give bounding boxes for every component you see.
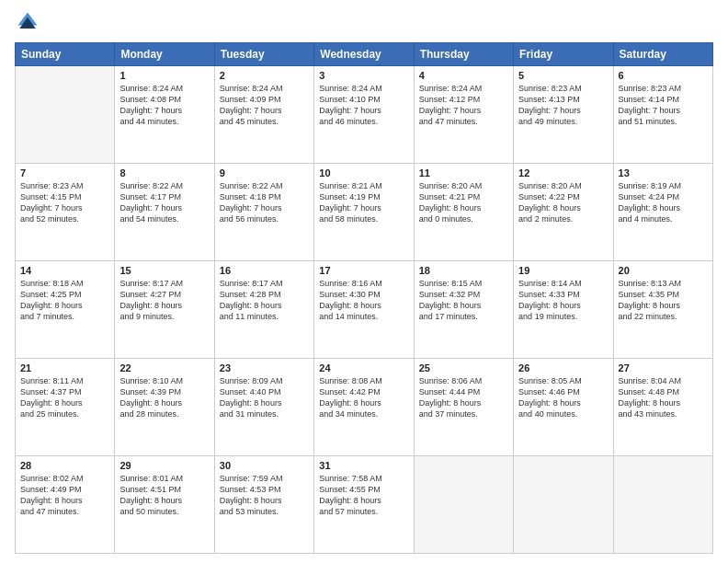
calendar-header: SundayMondayTuesdayWednesdayThursdayFrid… bbox=[16, 43, 713, 66]
calendar-cell bbox=[613, 456, 712, 554]
cell-info: Sunrise: 8:13 AM Sunset: 4:35 PM Dayligh… bbox=[619, 278, 708, 323]
cell-info: Sunrise: 8:24 AM Sunset: 4:08 PM Dayligh… bbox=[119, 83, 209, 128]
calendar-cell: 31Sunrise: 7:58 AM Sunset: 4:55 PM Dayli… bbox=[314, 456, 414, 554]
header bbox=[15, 9, 713, 35]
calendar-cell: 29Sunrise: 8:01 AM Sunset: 4:51 PM Dayli… bbox=[115, 456, 214, 554]
cell-info: Sunrise: 8:11 AM Sunset: 4:37 PM Dayligh… bbox=[20, 375, 109, 420]
day-number: 6 bbox=[619, 70, 708, 81]
day-number: 22 bbox=[119, 362, 209, 373]
day-number: 29 bbox=[119, 460, 209, 471]
day-number: 2 bbox=[220, 70, 309, 81]
day-of-week-saturday: Saturday bbox=[613, 43, 712, 66]
week-row-2: 7Sunrise: 8:23 AM Sunset: 4:15 PM Daylig… bbox=[16, 164, 713, 261]
cell-info: Sunrise: 7:59 AM Sunset: 4:53 PM Dayligh… bbox=[220, 473, 309, 518]
calendar-cell bbox=[514, 456, 613, 554]
cell-info: Sunrise: 8:22 AM Sunset: 4:17 PM Dayligh… bbox=[119, 180, 209, 225]
day-number: 10 bbox=[319, 167, 408, 178]
day-number: 14 bbox=[20, 265, 109, 276]
cell-info: Sunrise: 8:23 AM Sunset: 4:13 PM Dayligh… bbox=[518, 83, 608, 128]
cell-info: Sunrise: 8:01 AM Sunset: 4:51 PM Dayligh… bbox=[119, 473, 209, 518]
calendar-cell: 24Sunrise: 8:08 AM Sunset: 4:42 PM Dayli… bbox=[314, 359, 414, 456]
cell-info: Sunrise: 8:20 AM Sunset: 4:22 PM Dayligh… bbox=[518, 180, 608, 225]
day-header-row: SundayMondayTuesdayWednesdayThursdayFrid… bbox=[16, 43, 713, 66]
day-number: 8 bbox=[119, 167, 209, 178]
calendar-cell: 22Sunrise: 8:10 AM Sunset: 4:39 PM Dayli… bbox=[115, 359, 214, 456]
cell-info: Sunrise: 8:24 AM Sunset: 4:12 PM Dayligh… bbox=[419, 83, 508, 128]
logo bbox=[15, 9, 44, 35]
cell-info: Sunrise: 8:04 AM Sunset: 4:48 PM Dayligh… bbox=[619, 375, 708, 420]
calendar-cell: 10Sunrise: 8:21 AM Sunset: 4:19 PM Dayli… bbox=[314, 164, 414, 261]
day-number: 18 bbox=[419, 265, 508, 276]
day-of-week-sunday: Sunday bbox=[16, 43, 115, 66]
cell-info: Sunrise: 8:24 AM Sunset: 4:10 PM Dayligh… bbox=[319, 83, 408, 128]
week-row-4: 21Sunrise: 8:11 AM Sunset: 4:37 PM Dayli… bbox=[16, 359, 713, 456]
cell-info: Sunrise: 8:15 AM Sunset: 4:32 PM Dayligh… bbox=[419, 278, 508, 323]
cell-info: Sunrise: 8:14 AM Sunset: 4:33 PM Dayligh… bbox=[518, 278, 608, 323]
calendar-cell: 12Sunrise: 8:20 AM Sunset: 4:22 PM Dayli… bbox=[514, 164, 613, 261]
cell-info: Sunrise: 8:17 AM Sunset: 4:28 PM Dayligh… bbox=[220, 278, 309, 323]
day-number: 5 bbox=[518, 70, 608, 81]
calendar-cell: 25Sunrise: 8:06 AM Sunset: 4:44 PM Dayli… bbox=[414, 359, 513, 456]
day-number: 31 bbox=[319, 460, 408, 471]
day-number: 21 bbox=[20, 362, 109, 373]
cell-info: Sunrise: 8:21 AM Sunset: 4:19 PM Dayligh… bbox=[319, 180, 408, 225]
day-number: 19 bbox=[518, 265, 608, 276]
day-number: 23 bbox=[220, 362, 309, 373]
calendar-cell: 19Sunrise: 8:14 AM Sunset: 4:33 PM Dayli… bbox=[514, 261, 613, 359]
cell-info: Sunrise: 8:22 AM Sunset: 4:18 PM Dayligh… bbox=[220, 180, 309, 225]
calendar-cell: 23Sunrise: 8:09 AM Sunset: 4:40 PM Dayli… bbox=[214, 359, 313, 456]
calendar-cell: 30Sunrise: 7:59 AM Sunset: 4:53 PM Dayli… bbox=[214, 456, 313, 554]
day-number: 30 bbox=[220, 460, 309, 471]
day-number: 16 bbox=[220, 265, 309, 276]
day-number: 7 bbox=[20, 167, 109, 178]
week-row-3: 14Sunrise: 8:18 AM Sunset: 4:25 PM Dayli… bbox=[16, 261, 713, 359]
calendar-body: 1Sunrise: 8:24 AM Sunset: 4:08 PM Daylig… bbox=[16, 66, 713, 554]
week-row-1: 1Sunrise: 8:24 AM Sunset: 4:08 PM Daylig… bbox=[16, 66, 713, 164]
calendar-cell: 16Sunrise: 8:17 AM Sunset: 4:28 PM Dayli… bbox=[214, 261, 313, 359]
calendar-cell: 2Sunrise: 8:24 AM Sunset: 4:09 PM Daylig… bbox=[214, 66, 313, 164]
day-number: 26 bbox=[518, 362, 608, 373]
day-of-week-thursday: Thursday bbox=[414, 43, 513, 66]
calendar-cell: 17Sunrise: 8:16 AM Sunset: 4:30 PM Dayli… bbox=[314, 261, 414, 359]
day-number: 20 bbox=[619, 265, 708, 276]
cell-info: Sunrise: 8:17 AM Sunset: 4:27 PM Dayligh… bbox=[119, 278, 209, 323]
day-of-week-friday: Friday bbox=[514, 43, 613, 66]
cell-info: Sunrise: 8:18 AM Sunset: 4:25 PM Dayligh… bbox=[20, 278, 109, 323]
calendar-cell: 1Sunrise: 8:24 AM Sunset: 4:08 PM Daylig… bbox=[115, 66, 214, 164]
calendar-cell: 4Sunrise: 8:24 AM Sunset: 4:12 PM Daylig… bbox=[414, 66, 513, 164]
calendar-cell bbox=[16, 66, 115, 164]
calendar-cell: 13Sunrise: 8:19 AM Sunset: 4:24 PM Dayli… bbox=[613, 164, 712, 261]
day-number: 15 bbox=[119, 265, 209, 276]
calendar-cell: 3Sunrise: 8:24 AM Sunset: 4:10 PM Daylig… bbox=[314, 66, 414, 164]
cell-info: Sunrise: 8:20 AM Sunset: 4:21 PM Dayligh… bbox=[419, 180, 508, 225]
calendar-cell: 26Sunrise: 8:05 AM Sunset: 4:46 PM Dayli… bbox=[514, 359, 613, 456]
logo-icon bbox=[15, 9, 40, 35]
cell-info: Sunrise: 8:24 AM Sunset: 4:09 PM Dayligh… bbox=[220, 83, 309, 128]
page: SundayMondayTuesdayWednesdayThursdayFrid… bbox=[0, 0, 728, 563]
calendar-cell: 15Sunrise: 8:17 AM Sunset: 4:27 PM Dayli… bbox=[115, 261, 214, 359]
week-row-5: 28Sunrise: 8:02 AM Sunset: 4:49 PM Dayli… bbox=[16, 456, 713, 554]
calendar-cell: 5Sunrise: 8:23 AM Sunset: 4:13 PM Daylig… bbox=[514, 66, 613, 164]
calendar-table: SundayMondayTuesdayWednesdayThursdayFrid… bbox=[15, 42, 713, 554]
calendar-cell bbox=[414, 456, 513, 554]
cell-info: Sunrise: 8:05 AM Sunset: 4:46 PM Dayligh… bbox=[518, 375, 608, 420]
calendar-cell: 20Sunrise: 8:13 AM Sunset: 4:35 PM Dayli… bbox=[613, 261, 712, 359]
day-number: 17 bbox=[319, 265, 408, 276]
calendar-cell: 21Sunrise: 8:11 AM Sunset: 4:37 PM Dayli… bbox=[16, 359, 115, 456]
day-number: 28 bbox=[20, 460, 109, 471]
day-of-week-wednesday: Wednesday bbox=[314, 43, 414, 66]
day-number: 3 bbox=[319, 70, 408, 81]
day-number: 11 bbox=[419, 167, 508, 178]
day-number: 1 bbox=[119, 70, 209, 81]
calendar-cell: 11Sunrise: 8:20 AM Sunset: 4:21 PM Dayli… bbox=[414, 164, 513, 261]
cell-info: Sunrise: 8:19 AM Sunset: 4:24 PM Dayligh… bbox=[619, 180, 708, 225]
cell-info: Sunrise: 8:09 AM Sunset: 4:40 PM Dayligh… bbox=[220, 375, 309, 420]
day-number: 9 bbox=[220, 167, 309, 178]
calendar-cell: 28Sunrise: 8:02 AM Sunset: 4:49 PM Dayli… bbox=[16, 456, 115, 554]
day-number: 27 bbox=[619, 362, 708, 373]
calendar-cell: 8Sunrise: 8:22 AM Sunset: 4:17 PM Daylig… bbox=[115, 164, 214, 261]
cell-info: Sunrise: 8:23 AM Sunset: 4:14 PM Dayligh… bbox=[619, 83, 708, 128]
day-of-week-monday: Monday bbox=[115, 43, 214, 66]
calendar-cell: 27Sunrise: 8:04 AM Sunset: 4:48 PM Dayli… bbox=[613, 359, 712, 456]
cell-info: Sunrise: 8:08 AM Sunset: 4:42 PM Dayligh… bbox=[319, 375, 408, 420]
